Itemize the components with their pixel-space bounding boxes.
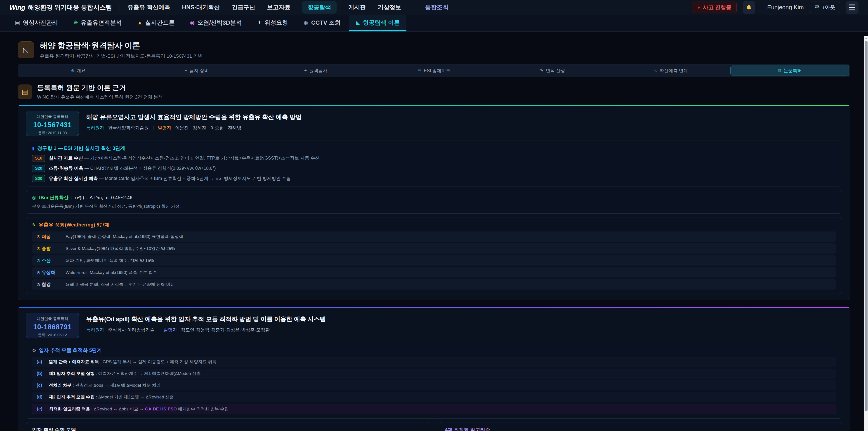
subnav-item-satellite-request[interactable]: ✶ 위성요청	[250, 15, 295, 31]
row-label: ② 증발	[37, 245, 66, 251]
row-desc: 쇄파 기인, 파도에너지·풍속 함수, 전체 약 15%	[66, 258, 154, 264]
subnav-item-pollution-ship-3d[interactable]: ◉ 오염/선박3D분석	[183, 15, 249, 31]
section-subtitle: WING 탑재 유출유 확산예측 시스템의 특허 원전 2건 전체 분석	[37, 94, 163, 100]
inventor-label: 발명자 :	[158, 125, 174, 130]
vertical-scrollbar[interactable]: ▲	[864, 36, 868, 431]
cctv-icon: ▦	[303, 20, 309, 26]
map-book-icon: ▤	[418, 68, 422, 73]
subnav-item-oil-area-analysis[interactable]: ✳ 유출유면적분석	[67, 15, 129, 31]
row-label: ④ 유상화	[37, 269, 66, 276]
divider	[120, 4, 120, 11]
weathering-header-text: 유출유 풍화(Weathering) 5단계	[39, 221, 110, 228]
subnav-item-image-photo-mgmt[interactable]: ▣ 영상사진관리	[8, 15, 65, 31]
incident-status-badge[interactable]: ● 사고 진행중	[692, 2, 737, 13]
patent-number: 10-1868791	[26, 323, 79, 331]
menu-item-integrated-search[interactable]: 통합조회	[425, 3, 448, 11]
subnav-label: 유출유면적분석	[81, 19, 122, 27]
claim-box: ▮ 청구항 1 — ESI 기반 실시간 확산 3단계 S10 실시간 자료 수…	[26, 141, 842, 186]
step-badge: S10	[32, 155, 45, 162]
patent-country-label: 대한민국 등록특허	[26, 316, 79, 321]
tab-diffusion-link[interactable]: ∞ 확산예측 연계	[612, 65, 731, 75]
patent-number: 10-1567431	[26, 121, 79, 129]
step-desc: — CHARRY모델 조화분석 + 취송류 경험식(0.029×Vw, θw+1…	[85, 166, 216, 171]
opt-step-d: (d) 제2 입자 추적 모델 수립 : ΔModel 기반 제2모델 → ΔR…	[32, 392, 836, 402]
globe-icon: ⊕	[71, 68, 74, 73]
tab-label: 개요	[76, 68, 86, 74]
owner-label: 특허권자 :	[86, 327, 107, 332]
app-logo[interactable]: Wing 해양환경 위기대응 통합시스템	[9, 3, 112, 12]
patent-title: 해양 유류오염사고 발생시 효율적인 방제방안 수립을 위한 유출유 확산 예측…	[86, 113, 302, 121]
weathering-row-dispersion: ③ 소산 쇄파 기인, 파도에너지·풍속 함수, 전체 약 15%	[32, 255, 836, 266]
inventors-value: 이문진 · 김혜진 · 이승현 · 전태병	[175, 125, 241, 130]
scrollbar-up-arrow-icon[interactable]: ▲	[864, 37, 868, 39]
subnav-item-cctv-view[interactable]: ▦ CCTV 조회	[297, 15, 347, 31]
menu-item-reports[interactable]: 보고자료	[267, 3, 290, 11]
step-desc: : 관측경로 Δobs ↔ 제1모델 ΔModel 차분 처리	[73, 383, 161, 388]
step-key: (d)	[37, 394, 49, 400]
owner-value: 한국해양과학기술원	[108, 125, 149, 130]
tab-papers-patents[interactable]: ▥ 논문특허	[730, 65, 849, 75]
opt-step-b: (b) 제1 입자 추적 모델 실행 : 예측자료 + 확산계수 → 제1 예측…	[32, 369, 836, 378]
menu-item-oil-spill-forecast[interactable]: 유출유 확산예측	[127, 3, 170, 11]
weathering-box: ✎ 유출유 풍화(Weathering) 5단계 ① 퍼짐 Fay(1969):…	[26, 217, 842, 294]
top-nav: Wing 해양환경 위기대응 통합시스템 유출유 확산예측 HNS·대기확산 긴…	[0, 0, 868, 15]
weathering-row-evaporation: ② 증발 Stiver & Mackay(1984) 해석적 방법, 수일~10…	[32, 243, 836, 254]
row-desc: Fay(1969): 중력-관성력, Mackay et al.(1980) 표…	[66, 234, 183, 240]
optimization-header-text: 입자 추적 모듈 최적화 5단계	[39, 347, 102, 354]
opt-step-e: (e) 최적화 알고리즘 적용 : ΔRevised ↔ Δobs 비교 → G…	[32, 404, 836, 414]
fbm-formula: σ²(t) = A·t^m, m=0.45~2.46	[75, 195, 132, 200]
menu-item-board[interactable]: 게시판	[348, 3, 366, 11]
subnav-item-aerial-search-theory[interactable]: ◣ 항공탐색 이론	[349, 15, 407, 31]
tab-remote-sensing[interactable]: ✈ 원격탐사	[256, 65, 375, 75]
subnav-item-realtime-drone[interactable]: ▲ 실시간드론	[130, 15, 182, 31]
meta-separator: |	[153, 125, 154, 130]
scroll-icon: ▤	[18, 85, 32, 99]
row-desc: Stiver & Mackay(1984) 해석적 방법, 수일~10일간 약 …	[66, 246, 175, 251]
top-nav-right: ● 사고 진행중 Eunjeong Kim 로그아웃	[692, 1, 859, 14]
tab-area-calculation[interactable]: ✎ 면적 산정	[493, 65, 612, 75]
scrollbar-thumb[interactable]	[865, 41, 868, 411]
subnav-label: 영상사진관리	[23, 19, 58, 27]
step-title: 뜰개 관측 + 예측자료 취득	[49, 359, 99, 364]
menu-item-emergency-rescue[interactable]: 긴급구난	[232, 3, 255, 11]
logout-button[interactable]: 로그아웃	[810, 2, 840, 13]
section-title: 등록특허 원문 기반 이론 근거	[37, 83, 163, 92]
optimization-header: ⚙ 입자 추적 모듈 최적화 5단계	[32, 347, 836, 354]
status-dot-icon: ●	[698, 5, 700, 10]
subnav-label: CCTV 조회	[311, 19, 341, 27]
tab-detection-equipment[interactable]: ⌖ 탐지 장비	[138, 65, 256, 75]
patent-card-header: 대한민국 등록특허 10-1567431 등록: 2015.11.03 해양 유…	[26, 111, 842, 136]
math-model-panel: 입자 추적 수학 모델 제1모델:Modelₓ = cur₀·Δt + c·w₀…	[26, 422, 429, 431]
patent-number-badge: 대한민국 등록특허 10-1868791 등록: 2018.06.12	[26, 313, 79, 338]
subnav-label: 오염/선박3D분석	[197, 19, 242, 27]
menu-item-weather-info[interactable]: 기상정보	[378, 3, 401, 11]
weathering-row-emulsification: ④ 유상화 Water-in-oil, Mackay et al.(1980) …	[32, 267, 836, 278]
tab-esi-map[interactable]: ▤ ESI 방제지도	[375, 65, 493, 75]
menu-item-aerial-search[interactable]: 항공탐색	[302, 1, 337, 13]
link-icon: ∞	[654, 68, 657, 73]
app-title: 해양환경 위기대응 통합시스템	[28, 3, 112, 12]
fbm-formula-line: ◎ fBm 난류확산 | σ²(t) = A·t^m, m=0.45~2.46	[32, 194, 836, 201]
hamburger-menu-button[interactable]	[846, 1, 859, 14]
row-desc: Water-in-oil, Mackay et al.(1980) 풍속·수분 …	[66, 270, 157, 276]
weathering-row-sedimentation: ⑤ 침강 용해·미생물 분해, 질량 손실률 = 초기 누유량에 선형 비례	[32, 279, 836, 289]
optimization-box: ⚙ 입자 추적 모듈 최적화 5단계 (a) 뜰개 관측 + 예측자료 취득 :…	[26, 343, 842, 419]
meta-separator: |	[158, 327, 160, 332]
plane-icon: ✈	[304, 68, 307, 73]
gear-icon: ⚙	[32, 348, 36, 353]
tab-overview[interactable]: ⊕ 개요	[19, 65, 138, 75]
weathering-row-spreading: ① 퍼짐 Fay(1969): 중력-관성력, Mackay et al.(19…	[32, 232, 836, 242]
weathering-header: ✎ 유출유 풍화(Weathering) 5단계	[32, 221, 836, 228]
notification-bell-button[interactable]	[743, 1, 755, 14]
fbm-box: ◎ fBm 난류확산 | σ²(t) = A·t^m, m=0.45~2.46 …	[26, 190, 842, 214]
docs-icon: ▥	[778, 68, 781, 73]
menu-item-hns-dispersion[interactable]: HNS·대기확산	[182, 3, 220, 11]
main-content: ◺ 해양 항공탐색·원격탐사 이론 유출유 원격탐지·항공감시 기법·ESI 방…	[0, 32, 868, 431]
hamburger-icon	[849, 4, 855, 10]
book-marker-icon: ▮	[32, 146, 35, 151]
step-title: 최적화 알고리즘 적용	[49, 407, 90, 411]
drone-icon: ▲	[137, 20, 143, 26]
fbm-name: fBm 난류확산	[39, 194, 68, 201]
row-label: ① 퍼짐	[37, 234, 66, 240]
claim-step-s10: S10 실시간 자료 수신 — 기상예측시스템·위성영상수신시스템·검조소 인터…	[32, 155, 836, 162]
